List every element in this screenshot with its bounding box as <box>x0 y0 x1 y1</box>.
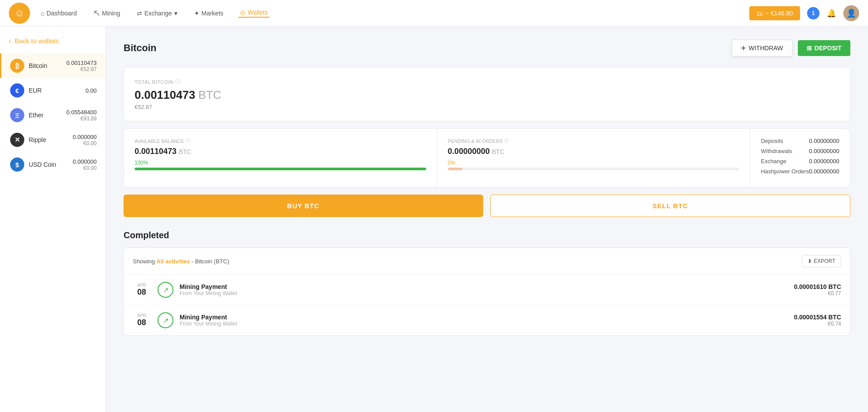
tx-info-1: Mining Payment From Your Mining Wallet <box>180 283 794 296</box>
tx-icon-2: ↗ <box>158 312 173 328</box>
sidebar-item-ripple[interactable]: ✕ Ripple 0.000000 €0.00 <box>0 127 105 152</box>
hashpower-row: Hashpower Orders 0.00000000 <box>761 168 839 175</box>
eth-icon: Ξ <box>10 108 24 122</box>
deposits-row: Deposits 0.00000000 <box>761 138 839 144</box>
notification-badge[interactable]: 1 <box>807 7 819 19</box>
nav-dashboard[interactable]: ⌂ Dashboard <box>39 10 79 17</box>
chevron-down-icon: ▾ <box>174 10 177 17</box>
nav-markets[interactable]: ✦ Markets <box>192 10 225 17</box>
completed-header: Showing All activities - Bitcoin (BTC) ⬇… <box>124 248 850 275</box>
wallet-icon: 🗂 <box>756 10 763 17</box>
eur-amounts: 0.00 <box>86 87 97 94</box>
bitcoin-wallet-info: Bitcoin <box>29 62 66 69</box>
ripple-wallet-info: Ripple <box>29 136 73 143</box>
tx-date-2: APR 08 <box>133 313 150 327</box>
available-balance-section: AVAILABLE BALANCE ⓘ 0.00110473 BTC 100% <box>124 129 437 187</box>
info-icon: ⓘ <box>186 138 191 144</box>
tx-icon-1: ↗ <box>158 282 173 298</box>
bell-icon[interactable]: 🔔 <box>827 8 836 18</box>
table-row: APR 08 ↗ Mining Payment From Your Mining… <box>124 305 850 335</box>
xrp-icon: ✕ <box>10 133 24 147</box>
usdc-amounts: 0.000000 €0.00 <box>73 158 97 171</box>
tx-date-1: APR 08 <box>133 283 150 297</box>
page-title: Bitcoin <box>124 42 157 54</box>
all-activities-filter[interactable]: All activities <box>157 258 190 265</box>
sidebar-item-usdc[interactable]: $ USD Coin 0.000000 €0.00 <box>0 152 105 177</box>
eur-icon: € <box>10 83 24 97</box>
export-button[interactable]: ⬇ EXPORT <box>802 255 841 267</box>
grid-icon: ⊞ <box>807 45 812 52</box>
pending-btc-value: 0.00000000 BTC <box>448 147 740 156</box>
buy-sell-row: BUY BTC SELL BTC <box>124 195 850 217</box>
sidebar-item-ether[interactable]: Ξ Ether 0.05548400 €93.89 <box>0 103 105 127</box>
header-right: 🗂 ~ €146.80 1 🔔 👤 <box>749 5 859 21</box>
total-btc-value: 0.00110473 BTC <box>135 88 839 102</box>
sidebar-item-eur[interactable]: € EUR 0.00 <box>0 78 105 103</box>
nav-exchange[interactable]: ⇄ Exchange ▾ <box>135 10 179 17</box>
filter-label: Showing All activities - Bitcoin (BTC) <box>133 258 229 265</box>
nav-mining[interactable]: ⛏ Mining <box>92 10 122 17</box>
action-buttons: ✈ WITHDRAW ⊞ DEPOSIT <box>732 40 851 56</box>
total-balance-card: TOTAL BITCOIN ⓘ 0.00110473 BTC €52.87 <box>124 67 850 121</box>
available-progress-bar <box>135 168 426 170</box>
available-btc-value: 0.00110473 BTC <box>135 147 426 156</box>
logo[interactable]: ☺ <box>9 3 30 24</box>
usdc-icon: $ <box>10 157 24 172</box>
info-icon: ⓘ <box>175 78 181 86</box>
exchange-row: Exchange 0.00000000 <box>761 158 839 165</box>
pending-percent: 0% <box>448 160 740 166</box>
sidebar-item-bitcoin[interactable]: ₿ Bitcoin 0.00110473 €52.87 <box>0 53 105 78</box>
header: ☺ ⌂ Dashboard ⛏ Mining ⇄ Exchange ▾ ✦ Ma… <box>0 0 868 26</box>
withdraw-button[interactable]: ✈ WITHDRAW <box>732 40 793 56</box>
sidebar: ‹ Back to wallets ₿ Bitcoin 0.00110473 €… <box>0 26 106 412</box>
available-label: AVAILABLE BALANCE ⓘ <box>135 138 426 144</box>
markets-icon: ✦ <box>194 10 199 17</box>
chevron-left-icon: ‹ <box>9 37 11 45</box>
exchange-icon: ⇄ <box>137 10 142 17</box>
available-progress-fill <box>135 168 426 170</box>
total-balance-label: TOTAL BITCOIN ⓘ <box>135 78 839 86</box>
send-icon: ✈ <box>741 45 746 52</box>
sell-btc-button[interactable]: SELL BTC <box>490 195 851 217</box>
wallets-icon: ◎ <box>240 9 245 16</box>
available-percent: 100% <box>135 160 426 166</box>
completed-card: Showing All activities - Bitcoin (BTC) ⬇… <box>124 247 850 336</box>
content-header: Bitcoin ✈ WITHDRAW ⊞ DEPOSIT <box>124 40 850 56</box>
stats-card: AVAILABLE BALANCE ⓘ 0.00110473 BTC 100% … <box>124 128 850 187</box>
tx-amount-2: 0.00001554 BTC €0.74 <box>794 314 841 327</box>
user-avatar[interactable]: 👤 <box>843 5 859 21</box>
balance-button[interactable]: 🗂 ~ €146.80 <box>749 6 800 20</box>
main-nav: ⌂ Dashboard ⛏ Mining ⇄ Exchange ▾ ✦ Mark… <box>39 9 749 18</box>
main-content: Bitcoin ✈ WITHDRAW ⊞ DEPOSIT TOTAL BITCO… <box>106 26 868 412</box>
pending-label: PENDING & IN ORDERS ⓘ <box>448 138 740 144</box>
nav-wallets[interactable]: ◎ Wallets <box>238 9 269 18</box>
mining-icon: ⛏ <box>94 10 100 17</box>
meta-section: Deposits 0.00000000 Withdrawals 0.000000… <box>750 129 850 187</box>
btc-icon: ₿ <box>10 59 24 73</box>
tx-info-2: Mining Payment From Your Mining Wallet <box>180 314 794 327</box>
table-row: APR 08 ↗ Mining Payment From Your Mining… <box>124 275 850 305</box>
total-fiat-value: €52.87 <box>135 104 839 110</box>
download-icon: ⬇ <box>808 258 812 264</box>
ripple-amounts: 0.000000 €0.00 <box>73 134 97 146</box>
pending-section: PENDING & IN ORDERS ⓘ 0.00000000 BTC 0% <box>437 129 751 187</box>
usdc-wallet-info: USD Coin <box>29 161 73 168</box>
tx-amount-1: 0.00001610 BTC €0.77 <box>794 283 841 296</box>
deposit-button[interactable]: ⊞ DEPOSIT <box>798 40 850 56</box>
back-to-wallets-link[interactable]: ‹ Back to wallets <box>0 37 105 53</box>
pending-progress-fill <box>448 168 462 170</box>
completed-title: Completed <box>124 230 850 240</box>
buy-btc-button[interactable]: BUY BTC <box>124 195 483 217</box>
home-icon: ⌂ <box>41 10 44 17</box>
main-layout: ‹ Back to wallets ₿ Bitcoin 0.00110473 €… <box>0 26 868 412</box>
pending-progress-bar <box>448 168 740 170</box>
ether-wallet-info: Ether <box>29 112 66 119</box>
withdrawals-row: Withdrawals 0.00000000 <box>761 148 839 154</box>
eur-wallet-info: EUR <box>29 87 86 94</box>
ether-amounts: 0.05548400 €93.89 <box>66 109 97 122</box>
bitcoin-amounts: 0.00110473 €52.87 <box>66 60 97 72</box>
info-icon: ⓘ <box>504 138 509 144</box>
